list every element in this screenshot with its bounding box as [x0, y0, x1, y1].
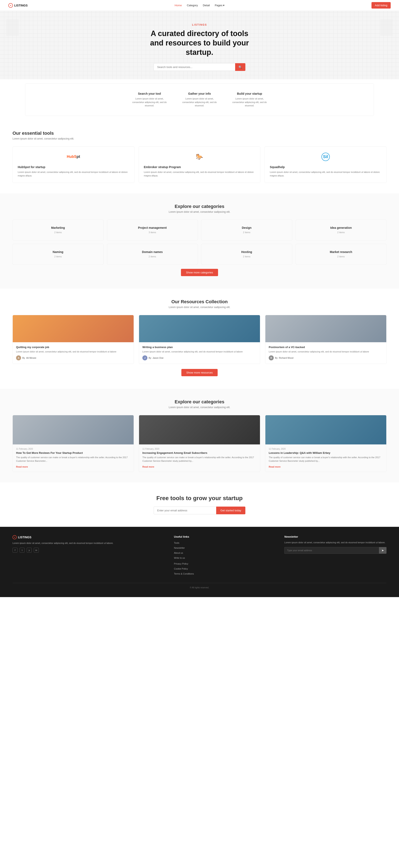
resource-card-0[interactable]: Quitting my corporate job Lorem ipsum do…	[12, 315, 134, 364]
hubspot-logo: HubSpt	[18, 152, 129, 162]
category-count: 2 items	[55, 255, 62, 258]
footer-link-newsletter[interactable]: Newsletter	[174, 547, 185, 549]
twitter-icon[interactable]: t	[20, 548, 25, 553]
category-name: Idea generation	[300, 226, 382, 229]
blog-card-1[interactable]: 11 February, 2020 Increasing Engagement …	[139, 415, 260, 472]
footer-newsletter-input[interactable]	[284, 547, 379, 554]
how-item-desc: Lorem ipsum dolor sit amet, consectetur …	[181, 97, 218, 107]
show-more-resources-button[interactable]: Show more resources	[181, 369, 218, 376]
list-item: About us	[174, 551, 276, 555]
category-domain-names[interactable]: Domain names 2 items	[107, 244, 198, 265]
cta-get-started-button[interactable]: Get started today	[216, 506, 245, 514]
footer-bottom: © All rights reserved.	[12, 583, 387, 589]
category-naming[interactable]: Naming 2 items	[12, 244, 104, 265]
footer-link-write[interactable]: Write to us	[174, 557, 185, 559]
footer-newsletter-col: Newsletter Lorem ipsum dolor sit amet, c…	[284, 535, 387, 577]
tool-desc: Lorem ipsum dolor sit amet, consectetur …	[144, 170, 255, 178]
cta-title: Free tools to grow your startup	[8, 495, 391, 502]
how-item-search: Search your tool Lorem ipsum dolor sit a…	[131, 92, 168, 107]
resource-author: J By Jason Doe	[142, 355, 257, 361]
blog-date: 11 February, 2020	[269, 448, 383, 450]
footer-link-about[interactable]: About us	[174, 552, 183, 554]
category-count: 2 items	[243, 255, 251, 258]
blog-read-more[interactable]: Read more	[269, 465, 280, 468]
resources-grid: Quitting my corporate job Lorem ipsum do…	[12, 315, 387, 364]
category-count: 3 items	[148, 231, 156, 234]
category-hosting[interactable]: Hosting 2 items	[201, 244, 292, 265]
nav-category[interactable]: Category	[187, 4, 198, 7]
youtube-icon[interactable]: y	[27, 548, 32, 553]
embroker-logo: 🐎	[144, 152, 255, 162]
hero-search-input[interactable]	[154, 63, 235, 71]
footer-newsletter-submit[interactable]: ➤	[379, 547, 387, 554]
footer-newsletter-form: ➤	[284, 547, 387, 554]
category-name: Market research	[300, 250, 382, 254]
hero-section: LISTINGS A curated directory of tools an…	[0, 11, 399, 79]
footer-links-list: Tools Newsletter About us Write to us	[174, 541, 276, 560]
footer-newsletter-title: Newsletter	[284, 535, 387, 538]
cta-form: Get started today	[154, 506, 245, 514]
categories-subtitle: Lorem ipsum dolor sit amet, consectetur …	[12, 211, 387, 213]
hero-deco-right	[380, 19, 393, 36]
footer-brand-col: ● LISTINGS Lorem ipsum dolor sit amet, c…	[12, 535, 166, 577]
resource-card-2[interactable]: Postmortem of a VC-backed Lorem ipsum do…	[265, 315, 387, 364]
tool-name: Embroker stratup Program	[144, 165, 255, 169]
tool-name: Squadhelp	[270, 165, 381, 169]
footer-col-title: Useful links	[174, 535, 276, 538]
blog-date: 11 February, 2020	[16, 448, 130, 450]
blog-post-desc: The quality of customer service can make…	[16, 456, 130, 463]
tool-card-embroker[interactable]: 🐎 Embroker stratup Program Lorem ipsum d…	[139, 146, 261, 183]
blog-date: 11 February, 2020	[142, 448, 257, 450]
tool-desc: Lorem ipsum dolor sit amet, consectetur …	[270, 170, 381, 178]
resources-subtitle: Lorem ipsum dolor sit amet, consectetur …	[12, 306, 387, 309]
category-idea-generation[interactable]: Idea generation 2 items	[296, 220, 387, 241]
category-market-research[interactable]: Market research 2 items	[296, 244, 387, 265]
how-it-works: Search your tool Lorem ipsum dolor sit a…	[25, 84, 374, 116]
blog-post-title: How To Get More Reviews For Your Startup…	[16, 451, 130, 455]
footer-social: f t y in	[12, 548, 166, 553]
category-marketing[interactable]: Marketing 2 items	[12, 220, 104, 241]
footer-top: ● LISTINGS Lorem ipsum dolor sit amet, c…	[12, 535, 387, 577]
how-item-title: Search your tool	[131, 92, 168, 95]
blog-title: Explore our categories	[12, 399, 387, 405]
category-name: Marketing	[17, 226, 99, 229]
facebook-icon[interactable]: f	[12, 548, 18, 553]
resource-card-1[interactable]: Writing a business plan Lorem ipsum dolo…	[139, 315, 260, 364]
category-name: Project management	[111, 226, 194, 229]
blog-section: Explore our categories Lorem ipsum dolor…	[0, 389, 399, 483]
linkedin-icon[interactable]: in	[34, 548, 39, 553]
show-more-categories-button[interactable]: Show more categories	[181, 269, 218, 276]
nav-logo[interactable]: ● LISTINGS	[8, 3, 28, 8]
footer-link-cookie[interactable]: Cookie Policy	[174, 567, 188, 570]
resource-title: Writing a business plan	[142, 346, 257, 349]
blog-read-more[interactable]: Read more	[142, 465, 154, 468]
blog-read-more[interactable]: Read more	[16, 465, 28, 468]
tool-card-hubspot[interactable]: HubSpt HubSpot for startup Lorem ipsum d…	[12, 146, 134, 183]
footer-link-tools[interactable]: Tools	[174, 541, 179, 544]
author-name: Jason Doe	[153, 356, 164, 359]
blog-card-0[interactable]: 11 February, 2020 How To Get More Review…	[12, 415, 134, 472]
list-item: Newsletter	[174, 546, 276, 550]
cta-email-input[interactable]	[154, 506, 216, 514]
how-item-desc: Lorem ipsum dolor sit amet, consectetur …	[131, 97, 168, 107]
blog-post-desc: The quality of customer service can make…	[142, 456, 257, 463]
list-item: Write to us	[174, 556, 276, 560]
cta-section: Free tools to grow your startup Get star…	[0, 483, 399, 527]
blog-card-2[interactable]: 11 February, 2020 Lessons in Leadership:…	[265, 415, 387, 472]
nav-home[interactable]: Home	[175, 4, 182, 7]
add-listing-button[interactable]: Add listing	[371, 2, 391, 8]
tools-subtitle: Lorem ipsum dolor sit amet, consectetur …	[12, 137, 387, 140]
author-avatar: A	[16, 355, 21, 361]
tool-card-squadhelp[interactable]: Sil Squadhelp Lorem ipsum dolor sit amet…	[265, 146, 387, 183]
footer-link-terms[interactable]: Terms & Conditions	[174, 572, 194, 575]
footer-copyright: © All rights reserved.	[190, 586, 209, 589]
category-project-management[interactable]: Project management 3 items	[107, 220, 198, 241]
resource-image-0	[13, 315, 134, 342]
list-item: Tools	[174, 541, 276, 545]
nav-detail[interactable]: Detail	[203, 4, 210, 7]
category-design[interactable]: Design 2 items	[201, 220, 292, 241]
nav-pages[interactable]: Pages ▾	[215, 4, 225, 7]
hero-search-button[interactable]: 🔍	[235, 63, 245, 71]
footer-link-privacy[interactable]: Privacy Policy	[174, 562, 188, 565]
resource-image-1	[139, 315, 260, 342]
